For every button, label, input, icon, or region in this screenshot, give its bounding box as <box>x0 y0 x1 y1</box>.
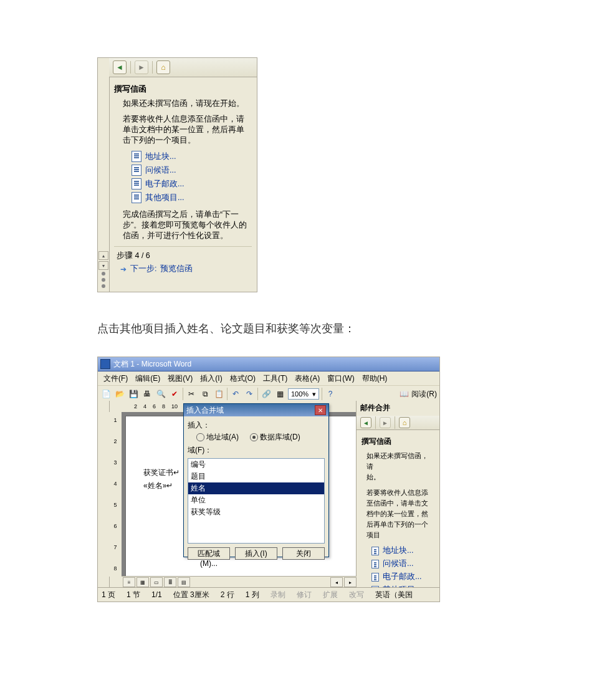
list-item[interactable]: 题目 <box>188 471 324 482</box>
menu-file[interactable]: 文件(F) <box>100 372 131 385</box>
status-section: 1 节 <box>127 590 140 600</box>
menu-help[interactable]: 帮助(H) <box>359 372 391 385</box>
scroll-left-icon[interactable]: ◂ <box>330 577 343 587</box>
redo-icon[interactable]: ↷ <box>244 388 255 400</box>
status-pages: 1/1 <box>151 590 162 599</box>
window-titlebar: 文档 1 - Microsoft Word <box>98 357 439 372</box>
radio-database-fields[interactable]: 数据库域(D) <box>250 432 300 443</box>
document-icon <box>132 178 141 189</box>
status-line: 2 行 <box>221 590 234 600</box>
link-address-block[interactable]: 地址块... <box>371 545 434 556</box>
link-epostage[interactable]: 电子邮政... <box>371 572 434 582</box>
document-paragraph: 点击其他项目插入姓名、论文题目和获奖等次变量： <box>97 320 459 337</box>
print-icon[interactable]: 🖶 <box>141 388 153 400</box>
match-fields-button[interactable]: 匹配域(M)... <box>188 547 230 560</box>
list-item[interactable]: 单位 <box>188 494 324 506</box>
page-prev-icon[interactable] <box>102 272 105 276</box>
taskpane-section-title: 撰写信函 <box>114 84 252 95</box>
forward-button[interactable]: ► <box>380 417 391 428</box>
forward-button[interactable]: ► <box>135 60 148 74</box>
print-view-icon[interactable]: ▭ <box>150 577 163 587</box>
home-icon: ⌂ <box>161 63 165 72</box>
undo-icon[interactable]: ↶ <box>230 388 241 400</box>
menu-view[interactable]: 视图(V) <box>165 372 196 385</box>
open-icon[interactable]: 📂 <box>114 388 125 400</box>
taskpane-toolbar: ◄ ► ⌂ <box>357 416 439 430</box>
help-icon[interactable]: ? <box>325 388 336 400</box>
close-button[interactable]: ✕ <box>315 405 326 415</box>
normal-view-icon[interactable]: ≡ <box>123 577 135 587</box>
new-doc-icon[interactable]: 📄 <box>100 388 112 400</box>
zoom-combo[interactable]: 100%▾ <box>288 388 319 400</box>
toolbar-standard[interactable]: 📄 📂 💾 🖶 🔍 ✔ ✂ ⧉ 📋 ↶ ↷ 🔗 ▦ 100%▾ ? 📖阅读(R) <box>98 386 439 403</box>
reading-view-icon[interactable]: ▤ <box>178 577 190 587</box>
table-icon[interactable]: ▦ <box>274 388 285 400</box>
ruler-vertical[interactable]: 12345678 <box>109 412 122 577</box>
read-mode-icon[interactable]: 📖 <box>398 388 409 400</box>
back-button[interactable]: ◄ <box>360 417 371 428</box>
link-address-block[interactable]: 地址块... <box>132 151 252 162</box>
menu-window[interactable]: 窗口(W) <box>324 372 357 385</box>
insert-merge-field-dialog[interactable]: 插入合并域 ✕ 插入： 地址域(A) 数据库域(D) 域(F)： 编号 题目 姓… <box>183 403 329 557</box>
screenshot-taskpane-1: ▴ ▾ ◄ ► ⌂ 撰写信函 如果还未撰写信函，请现在开始。 若要将收件人信息添… <box>97 57 257 292</box>
link-icon[interactable]: 🔗 <box>261 388 272 400</box>
scroll-down-icon[interactable]: ▾ <box>98 261 108 270</box>
status-bar: 1 页 1 节 1/1 位置 3厘米 2 行 1 列 录制 修订 扩展 改写 英… <box>98 587 439 602</box>
document-icon <box>132 192 141 203</box>
paste-icon[interactable]: 📋 <box>213 388 224 400</box>
link-more-items[interactable]: 其他项目... <box>132 192 252 203</box>
menu-insert[interactable]: 插入(I) <box>197 372 225 385</box>
menu-format[interactable]: 格式(O) <box>227 372 259 385</box>
status-record: 录制 <box>271 590 285 600</box>
view-buttons-bar[interactable]: ≡ ▦ ▭ ≣ ▤ ◂ ▸ <box>122 576 357 588</box>
home-button[interactable]: ⌂ <box>156 60 170 74</box>
home-button[interactable]: ⌂ <box>399 417 410 428</box>
list-item[interactable]: 获奖等级 <box>188 506 324 518</box>
scroll-right-icon[interactable]: ▸ <box>344 577 357 587</box>
status-position: 位置 3厘米 <box>173 590 209 600</box>
forward-arrow-icon: ► <box>138 63 145 72</box>
taskpane-text: 若要将收件人信息添至信函中，请单击文档中的某一位置，然后再单击下列的一个项目 <box>366 487 434 540</box>
link-greeting[interactable]: 问候语... <box>132 165 252 176</box>
menu-edit[interactable]: 编辑(E) <box>132 372 163 385</box>
spell-icon[interactable]: ✔ <box>169 388 180 400</box>
fields-listbox[interactable]: 编号 题目 姓名 单位 获奖等级 <box>188 458 325 544</box>
fields-label: 域(F)： <box>188 445 325 456</box>
close-dialog-button[interactable]: 关闭 <box>282 547 325 560</box>
web-view-icon[interactable]: ▦ <box>136 577 149 587</box>
preview-icon[interactable]: 🔍 <box>155 388 166 400</box>
outline-view-icon[interactable]: ≣ <box>164 577 176 587</box>
link-greeting[interactable]: 问候语... <box>371 559 434 569</box>
taskpane-text: 如果还未撰写信函，请始。 <box>366 451 434 482</box>
next-arrow-icon: ➔ <box>120 265 127 274</box>
page-next-icon[interactable] <box>102 284 105 288</box>
menu-table[interactable]: 表格(A) <box>292 372 323 385</box>
radio-address-fields[interactable]: 地址域(A) <box>196 432 239 443</box>
status-track: 修订 <box>297 590 312 600</box>
taskpane-title: 邮件合并 <box>357 401 439 416</box>
scroll-up-icon[interactable]: ▴ <box>98 251 108 260</box>
dialog-title: 插入合并域 <box>186 405 224 416</box>
menu-bar[interactable]: 文件(F) 编辑(E) 视图(V) 插入(I) 格式(O) 工具(T) 表格(A… <box>98 372 439 386</box>
app-icon <box>100 359 110 369</box>
taskpane-toolbar: ◄ ► ⌂ <box>109 58 257 77</box>
cut-icon[interactable]: ✂ <box>186 388 197 400</box>
insert-button[interactable]: 插入(I) <box>235 547 277 560</box>
copy-icon[interactable]: ⧉ <box>199 388 211 400</box>
dialog-titlebar[interactable]: 插入合并域 ✕ <box>184 404 328 416</box>
home-icon: ⌂ <box>403 419 407 426</box>
save-icon[interactable]: 💾 <box>128 388 139 400</box>
taskpane-section-title: 撰写信函 <box>362 436 434 447</box>
scrollbar-vertical[interactable]: ▴ ▾ <box>98 58 110 292</box>
link-epostage[interactable]: 电子邮政... <box>132 178 252 189</box>
next-step-link[interactable]: ➔ 下一步: 预览信函 <box>120 264 252 274</box>
menu-tools[interactable]: 工具(T) <box>260 372 290 385</box>
step-indicator: 步骤 4 / 6 <box>117 251 252 261</box>
back-button[interactable]: ◄ <box>113 60 127 74</box>
list-item[interactable]: 姓名 <box>188 482 324 494</box>
read-label[interactable]: 阅读(R) <box>411 389 437 400</box>
page-select-icon[interactable] <box>102 278 105 282</box>
list-item[interactable]: 编号 <box>188 459 324 471</box>
document-icon <box>371 547 379 555</box>
document-icon <box>132 151 141 162</box>
